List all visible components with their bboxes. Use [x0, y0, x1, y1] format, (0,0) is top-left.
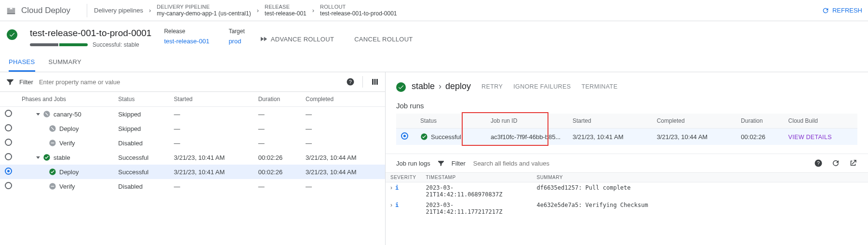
table-row[interactable]: Successful ac3f10fc-7f9f-46bb-b85... 3/2…: [396, 129, 857, 145]
cell-started: 3/21/23, 10:41 AM: [169, 150, 254, 165]
status-badge: Successful: [420, 133, 481, 141]
logs-filter-input[interactable]: [472, 159, 807, 168]
radio[interactable]: [5, 139, 12, 146]
body: Filter ? Phases and Jobs Status Started …: [0, 72, 868, 245]
help-icon[interactable]: ?: [346, 77, 355, 86]
view-details-button[interactable]: VIEW DETAILS: [788, 134, 832, 141]
success-icon: [420, 133, 428, 141]
progress-seg-skipped: [30, 43, 58, 46]
chevron-right-icon: ›: [439, 81, 441, 91]
terminate-button[interactable]: TERMINATE: [581, 83, 617, 90]
filter-input[interactable]: [38, 78, 341, 86]
log-timestamp: 2023-03-21T14:42:11.177217217Z: [421, 200, 532, 217]
breadcrumb-rollout-label: ROLLOUT: [320, 4, 397, 10]
cell-duration: —: [254, 179, 301, 193]
status-success-icon: [7, 29, 17, 40]
radio[interactable]: [5, 168, 12, 175]
fast-forward-icon: [259, 35, 268, 43]
job-name: Verify: [59, 183, 75, 190]
tab-summary[interactable]: SUMMARY: [49, 53, 81, 72]
expand-icon[interactable]: [36, 113, 40, 116]
breadcrumb-pipeline[interactable]: DELIVERY PIPELINE my-canary-demo-app-1 (…: [157, 4, 251, 17]
table-row[interactable]: Verify Disabled — — —: [0, 136, 385, 150]
phase-name: canary-50: [53, 111, 81, 118]
col-started: Started: [568, 114, 652, 129]
cloud-deploy-icon: [6, 5, 16, 16]
radio[interactable]: [5, 182, 12, 189]
radio[interactable]: [5, 124, 12, 131]
open-external-icon[interactable]: [849, 159, 857, 168]
status-success-icon: [396, 82, 406, 92]
log-row[interactable]: ›i 2023-03-21T14:42:11.068970837Z df6635…: [386, 182, 868, 200]
help-icon[interactable]: ?: [814, 159, 823, 168]
job-runs-title: Job runs: [386, 97, 868, 114]
table-row[interactable]: Verify Disabled — — —: [0, 179, 385, 193]
tab-phases[interactable]: PHASES: [9, 53, 35, 72]
chevron-right-icon: ›: [312, 7, 314, 14]
cell-status: Skipped: [113, 121, 169, 136]
release-link[interactable]: test-release-001: [164, 38, 209, 45]
col-jobrun-id: Job run ID: [486, 114, 568, 129]
col-duration: Duration: [254, 92, 301, 107]
refresh-icon[interactable]: [831, 159, 840, 168]
breadcrumb-root[interactable]: Delivery pipelines: [94, 7, 143, 14]
meta-columns: Release test-release-001 Target prod: [164, 28, 244, 45]
product-brand: Cloud Deploy: [6, 5, 70, 16]
cancel-rollout-label: CANCEL ROLLOUT: [354, 36, 413, 43]
target-link[interactable]: prod: [228, 38, 241, 45]
filter-label: Filter: [19, 78, 33, 86]
cell-started: —: [169, 107, 254, 122]
log-row[interactable]: ›i 2023-03-21T14:42:11.177217217Z 4e632e…: [386, 200, 868, 217]
advance-rollout-button[interactable]: ADVANCE ROLLOUT: [257, 32, 336, 46]
radio[interactable]: [401, 132, 408, 140]
table-row[interactable]: stable Successful 3/21/23, 10:41 AM 00:0…: [0, 150, 385, 165]
right-pane: stable › deploy RETRY IGNORE FAILURES TE…: [386, 72, 868, 245]
retry-button[interactable]: RETRY: [481, 83, 503, 90]
left-pane: Filter ? Phases and Jobs Status Started …: [0, 72, 386, 245]
breadcrumb-rollout-value: test-release-001-to-prod-0001: [320, 10, 397, 17]
breadcrumb-pipeline-label: DELIVERY PIPELINE: [157, 4, 251, 10]
header-actions: ADVANCE ROLLOUT CANCEL ROLLOUT: [257, 32, 415, 46]
radio[interactable]: [5, 110, 12, 117]
progress-row: Successful: stable: [30, 41, 151, 48]
progress-label: Successful: stable: [93, 41, 139, 48]
expand-icon[interactable]: ›: [390, 184, 392, 191]
right-title-job: deploy: [445, 81, 471, 91]
columns-icon[interactable]: [371, 77, 379, 86]
cell-status: Skipped: [113, 107, 169, 122]
cell-status: Successful: [113, 165, 169, 179]
job-name: Deploy: [59, 125, 79, 132]
job-run-logs-title: Job run logs: [396, 160, 430, 167]
radio[interactable]: [5, 153, 12, 160]
refresh-button[interactable]: REFRESH: [822, 7, 862, 14]
ignore-failures-button[interactable]: IGNORE FAILURES: [513, 83, 571, 90]
table-row[interactable]: canary-50 Skipped — — —: [0, 107, 385, 122]
expand-icon[interactable]: ›: [390, 202, 392, 208]
page-header: test-release-001-to-prod-0001 Successful…: [0, 21, 868, 53]
cell-duration: 00:02:26: [736, 129, 783, 145]
breadcrumb-pipeline-value: my-canary-demo-app-1 (us-central1): [157, 10, 251, 17]
skipped-icon: [43, 110, 51, 118]
meta-release-label: Release: [164, 28, 209, 35]
info-severity-icon: i: [395, 184, 399, 191]
cell-duration: —: [254, 107, 301, 122]
expand-icon[interactable]: [36, 156, 40, 159]
divider: [87, 4, 87, 17]
cell-completed: 3/21/23, 10:44 AM: [301, 150, 385, 165]
cell-status: Disabled: [113, 179, 169, 193]
right-title: stable › deploy: [412, 81, 471, 91]
breadcrumb: Delivery pipelines › DELIVERY PIPELINE m…: [94, 4, 822, 17]
col-status: Status: [113, 92, 169, 107]
divider: [362, 76, 363, 88]
table-row[interactable]: Deploy Successful 3/21/23, 10:41 AM 00:0…: [0, 165, 385, 179]
table-row[interactable]: Deploy Skipped — — —: [0, 121, 385, 136]
filter-bar: Filter ?: [0, 72, 385, 92]
top-bar: Cloud Deploy Delivery pipelines › DELIVE…: [0, 0, 868, 21]
cell-started: —: [169, 179, 254, 193]
cancel-rollout-button[interactable]: CANCEL ROLLOUT: [352, 32, 414, 46]
right-actions: RETRY IGNORE FAILURES TERMINATE: [481, 83, 617, 90]
refresh-icon: [822, 7, 829, 14]
breadcrumb-release[interactable]: RELEASE test-release-001: [265, 4, 307, 17]
cell-jobrun-id: ac3f10fc-7f9f-46bb-b85...: [486, 129, 568, 145]
job-name: Deploy: [59, 168, 79, 176]
